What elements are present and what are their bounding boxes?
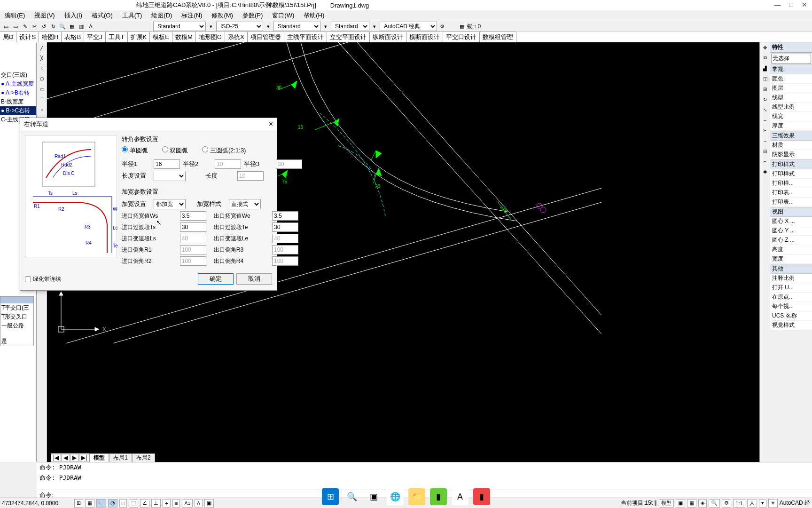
menu-edit[interactable]: 编辑(E) [5,11,25,20]
length-input[interactable] [237,171,264,181]
ribbon-tab[interactable]: 项目管理器 [247,32,284,43]
out-w-input[interactable] [272,211,298,221]
radius3-input[interactable] [276,159,302,169]
ortho-button[interactable]: ∟ [96,499,106,508]
array-icon[interactable]: ⊞ [761,85,769,93]
props-row[interactable]: 打印样... [770,179,812,188]
polyline-icon[interactable]: ⌇ [37,64,47,73]
props-row[interactable]: 厚度 [770,121,812,131]
list-item[interactable]: T平交口(三 [0,303,33,312]
close-icon[interactable]: × [269,120,273,128]
ok-button[interactable]: 确定 [198,273,234,285]
ribbon-tab[interactable]: 扩展K [127,32,150,43]
tab-nav-first[interactable]: |◀ [51,454,61,461]
tree-item[interactable]: 交口(三级) [0,71,36,79]
ribbon-tab[interactable]: 工具T [105,32,128,43]
props-row[interactable]: 颜色 [770,74,812,84]
taskview-icon[interactable]: ▣ [365,488,382,505]
radius1-input[interactable] [154,159,180,169]
tree-item[interactable]: ● A-主线宽度 [0,79,36,88]
tb-icon[interactable]: ↻ [49,22,57,31]
props-row[interactable]: 在原点... [770,293,812,302]
props-row[interactable]: 阴影显示 [770,150,812,159]
dropdown-icon[interactable]: ▾ [207,22,215,31]
minimize-icon[interactable]: — [774,1,781,8]
out-t-input[interactable] [272,222,298,232]
out-r3-input[interactable] [272,245,298,254]
props-row[interactable]: 视觉样式 [770,321,812,330]
trim-icon[interactable]: ✂ [761,126,769,135]
mirror-icon[interactable]: ▟ [761,64,769,72]
qp-button[interactable]: A [195,499,203,508]
windows-icon[interactable]: ⊞ [322,488,339,505]
dropdown-icon[interactable]: ▾ [321,22,330,31]
stretch-icon[interactable]: ↔ [761,116,769,124]
layer-icon[interactable]: ▦ [458,22,466,31]
props-group[interactable]: 常规 [770,64,812,74]
list-item[interactable]: 一般公路 [0,321,33,330]
props-group[interactable]: 打印样式 [770,159,812,169]
tb-icon[interactable]: ▭ [11,22,20,31]
menu-tools[interactable]: 工具(T) [122,11,142,20]
props-row[interactable]: 打印表... [770,188,812,198]
props-row[interactable]: 线宽 [770,112,812,121]
autocad-icon[interactable]: A [452,488,468,505]
list-item[interactable]: T形交叉口 [0,312,33,321]
sb-icon[interactable]: ⚙ [722,499,731,508]
ribbon-tab[interactable]: 立交平面设计 [327,32,370,43]
ribbon-tab[interactable]: 数模M [172,32,196,43]
tb-icon[interactable]: ↺ [39,22,48,31]
ribbon-tab[interactable]: 模板E [149,32,172,43]
rotate-icon[interactable]: ↻ [761,95,769,103]
grid-button[interactable]: ▦ [85,499,94,508]
sb-icon[interactable]: ☀ [768,499,778,508]
move-icon[interactable]: ✥ [761,43,769,52]
menu-modify[interactable]: 修改(M) [211,11,233,20]
line-icon[interactable]: ╱ [37,43,47,52]
tab-layout1[interactable]: 布局1 [109,453,132,462]
ribbon-tab[interactable]: 设计S [16,32,39,43]
gear-icon[interactable]: ⚙ [438,22,446,31]
sb-icon[interactable]: ▣ [676,499,685,508]
props-row[interactable]: 圆心 Z ... [770,236,812,245]
props-row[interactable]: 圆心 Y ... [770,226,812,236]
props-group[interactable]: 三维效果 [770,131,812,141]
props-row[interactable]: 宽度 [770,254,812,264]
tab-nav-next[interactable]: ▶ [70,454,79,461]
radio-single-arc[interactable]: 单圆弧 [122,146,148,155]
menu-param[interactable]: 参数(P) [242,11,263,20]
in-r2-input[interactable] [180,256,206,266]
ribbon-tab[interactable]: 主线平面设计 [284,32,327,43]
dropdown-icon[interactable]: ▾ [370,22,379,31]
props-row[interactable]: 线型 [770,93,812,103]
ribbon-tab[interactable]: 表格B [61,32,84,43]
ribbon-tab[interactable]: 绘图H [39,32,62,43]
props-row[interactable]: 打开 U... [770,283,812,293]
style-select-2[interactable]: ISO-25 [216,22,263,31]
menu-draw[interactable]: 绘图(D) [151,11,172,20]
ribbon-tab[interactable]: 系统X [225,32,248,43]
tb-icon[interactable]: ✎ [21,22,29,31]
app-icon[interactable]: ▮ [473,488,490,505]
out-l-input[interactable] [272,234,298,243]
props-group[interactable]: 视图 [770,207,812,217]
tpy-button[interactable]: A1 [182,499,192,508]
props-row[interactable]: 材质 [770,141,812,150]
tb-icon[interactable]: ▭ [2,22,10,31]
menu-window[interactable]: 窗口(W) [272,11,294,20]
ribbon-tab[interactable]: 横断面设计 [406,32,443,43]
sb-icon[interactable]: ▾ [759,499,766,508]
ratio-button[interactable]: 1:1 [733,499,745,508]
ribbon-tab[interactable]: 地形图G [195,32,225,43]
props-row[interactable]: 图层 [770,84,812,93]
offset-icon[interactable]: ◫ [761,74,769,83]
circle-icon[interactable]: ○ [37,105,47,114]
search-icon[interactable]: 🔍 [344,488,360,505]
ribbon-tab[interactable]: 数模组管理 [479,32,516,43]
sc-button[interactable]: ▣ [204,499,214,508]
radius2-input[interactable] [215,159,241,169]
style-select-1[interactable]: Standard [153,22,206,31]
tab-nav-last[interactable]: ▶| [79,454,89,461]
style-select-3[interactable]: Standard [273,22,320,31]
tb-icon[interactable]: 🔍 [58,22,67,31]
